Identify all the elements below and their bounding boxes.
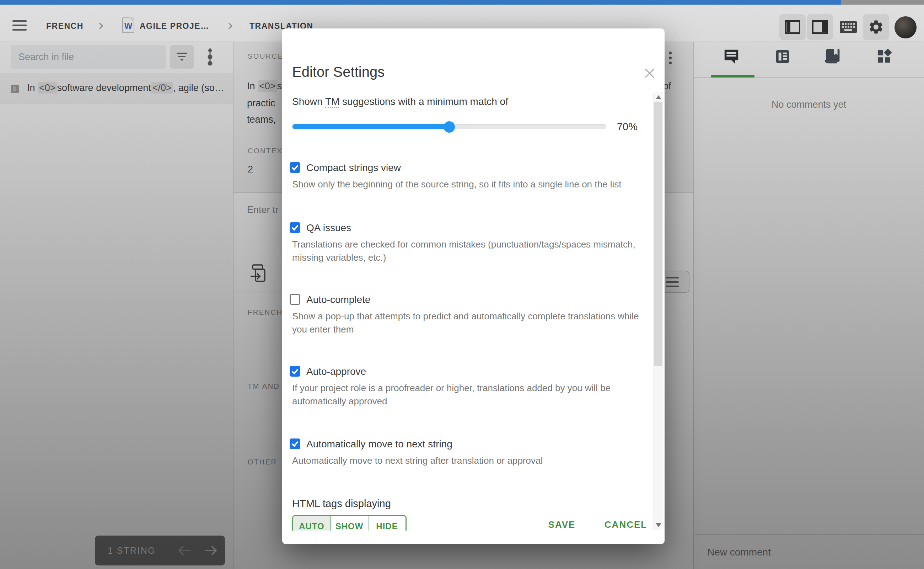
modal-scroll-area: Shown TM suggestions with a minimum matc… [282,89,653,531]
setting-description: Automatically move to next string after … [292,454,651,467]
setting-description: Translations are checked for common mist… [292,238,651,264]
modal-scrollbar[interactable] [653,93,663,530]
tm-match-slider[interactable] [292,124,606,129]
slider-fill [293,124,449,129]
modal-footer: SAVE CANCEL [282,515,665,534]
tm-abbreviation: TM [325,96,339,108]
close-icon[interactable] [642,65,657,81]
cancel-button[interactable]: CANCEL [599,515,652,534]
editor-settings-modal: Editor Settings Shown TM suggestions wit… [282,29,665,544]
checkbox[interactable] [290,222,300,233]
checkbox[interactable] [290,162,300,173]
scrollbar-thumb[interactable] [654,102,662,366]
save-button[interactable]: SAVE [540,515,583,534]
checkbox[interactable] [290,438,300,449]
scroll-up-icon[interactable] [656,95,662,99]
html-tags-heading: HTML tags displaying [292,498,391,510]
checkbox[interactable] [290,366,300,377]
setting-description: If your project role is a proofreader or… [292,382,651,408]
app-root: FRENCH W AGILE PROJE… TRANSLATION [0,0,924,569]
slider-value: 70% [617,120,637,134]
setting-description: Show a pop-up that attempts to predict a… [292,310,651,336]
modal-title: Editor Settings [292,63,384,81]
slider-thumb[interactable] [443,121,455,132]
checkbox[interactable] [290,294,300,305]
setting-description: Show only the beginning of the source st… [292,178,651,191]
tm-slider-label: Shown TM suggestions with a minimum matc… [292,96,508,107]
